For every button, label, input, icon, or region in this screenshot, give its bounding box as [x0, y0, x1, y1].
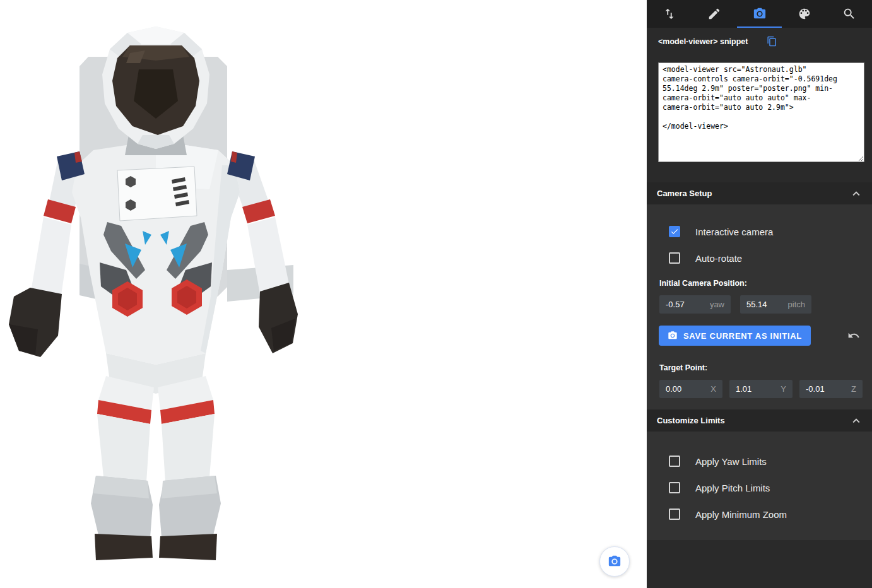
apply-yaw-limits-checkbox[interactable] [669, 456, 680, 467]
yaw-field[interactable]: yaw [659, 295, 731, 314]
customize-limits-header[interactable]: Customize Limits [647, 409, 872, 432]
target-x-unit-label: X [710, 384, 716, 394]
model-viewport[interactable] [0, 0, 647, 588]
chevron-up-icon [849, 414, 863, 428]
save-current-as-initial-button[interactable]: SAVE CURRENT AS INITIAL [659, 326, 811, 346]
tab-edit[interactable] [692, 0, 736, 28]
camera-icon [668, 331, 678, 341]
palette-icon [798, 7, 811, 21]
auto-rotate-row[interactable]: Auto-rotate [669, 252, 872, 264]
copy-snippet-button[interactable] [767, 36, 777, 47]
apply-pitch-limits-label: Apply Pitch Limits [695, 483, 770, 493]
camera-setup-title: Camera Setup [657, 189, 712, 198]
yaw-input[interactable] [666, 300, 702, 309]
target-z-unit-label: Z [851, 384, 856, 394]
pitch-field[interactable]: pitch [740, 295, 811, 314]
search-icon [842, 7, 856, 21]
save-row: SAVE CURRENT AS INITIAL [659, 326, 860, 346]
initial-position-fields: yaw pitch [659, 295, 872, 314]
apply-minimum-zoom-checkbox[interactable] [669, 509, 680, 520]
apply-pitch-limits-row[interactable]: Apply Pitch Limits [669, 482, 872, 493]
undo-button[interactable] [847, 329, 860, 342]
snippet-title: <model-viewer> snippet [658, 37, 748, 46]
edit-pencil-icon [707, 7, 721, 21]
snippet-section: <model-viewer> snippet <model-viewer src… [647, 28, 872, 182]
apply-yaw-limits-row[interactable]: Apply Yaw Limits [669, 456, 872, 467]
apply-minimum-zoom-label: Apply Minimum Zoom [695, 509, 787, 520]
pitch-unit-label: pitch [788, 300, 805, 309]
save-button-label: SAVE CURRENT AS INITIAL [683, 331, 802, 341]
tab-inspector[interactable] [827, 0, 872, 28]
astronaut-model[interactable] [0, 0, 647, 588]
snippet-code-textarea[interactable]: <model-viewer src="Astronaut.glb" camera… [658, 62, 864, 162]
auto-rotate-label: Auto-rotate [695, 253, 742, 264]
editor-panel: <model-viewer> snippet <model-viewer src… [647, 0, 872, 588]
interactive-camera-label: Interactive camera [695, 226, 773, 237]
apply-pitch-limits-checkbox[interactable] [669, 482, 680, 493]
interactive-camera-checkbox[interactable] [669, 226, 680, 237]
chevron-up-icon [849, 187, 863, 201]
target-z-input[interactable] [806, 384, 842, 394]
target-point-fields: X Y Z [659, 380, 872, 398]
camera-setup-header[interactable]: Camera Setup [647, 182, 872, 204]
target-x-field[interactable]: X [659, 380, 722, 398]
initial-camera-position-label: Initial Camera Position: [659, 279, 872, 288]
panel-filler [647, 540, 872, 588]
yaw-unit-label: yaw [710, 300, 724, 309]
check-icon [670, 226, 679, 237]
tab-file-controls[interactable] [647, 0, 692, 28]
screenshot-fab-button[interactable] [599, 546, 630, 577]
target-point-label: Target Point: [659, 363, 872, 372]
target-z-field[interactable]: Z [799, 380, 863, 398]
camera-setup-content: Interactive camera Auto-rotate Initial C… [647, 204, 872, 409]
auto-rotate-checkbox[interactable] [669, 252, 680, 264]
panel-toolbar [647, 0, 872, 28]
tab-materials[interactable] [782, 0, 827, 28]
import-export-icon [663, 7, 676, 21]
customize-limits-title: Customize Limits [657, 416, 725, 425]
target-y-unit-label: Y [781, 384, 786, 394]
tab-camera[interactable] [737, 0, 782, 28]
camera-icon [753, 7, 767, 21]
target-x-input[interactable] [666, 384, 702, 394]
pitch-input[interactable] [746, 300, 783, 309]
target-y-field[interactable]: Y [729, 380, 792, 398]
undo-icon [847, 329, 860, 342]
target-y-input[interactable] [736, 384, 772, 394]
interactive-camera-row[interactable]: Interactive camera [669, 226, 872, 237]
customize-limits-content: Apply Yaw Limits Apply Pitch Limits Appl… [647, 432, 872, 540]
apply-minimum-zoom-row[interactable]: Apply Minimum Zoom [669, 509, 872, 520]
apply-yaw-limits-label: Apply Yaw Limits [695, 456, 767, 467]
camera-icon [608, 555, 622, 568]
copy-icon [767, 36, 777, 47]
